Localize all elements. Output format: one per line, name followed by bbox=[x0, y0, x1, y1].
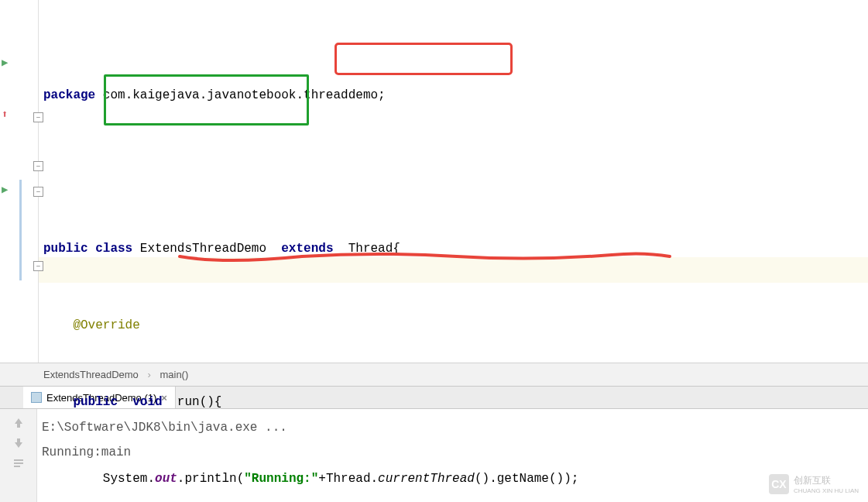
watermark-logo: CX bbox=[769, 474, 789, 494]
code-editor[interactable]: ▶ ⬆ ▶ − − − − package com.kaigejava.java… bbox=[0, 0, 868, 363]
annotation-box-override bbox=[104, 74, 309, 126]
code-text: ().getName()); bbox=[475, 472, 578, 486]
superclass: Thread{ bbox=[348, 242, 400, 256]
watermark-subtext: CHUANG XIN HU LIAN bbox=[794, 487, 859, 494]
annotation-override: @Override bbox=[73, 318, 139, 332]
field-out: out bbox=[155, 472, 177, 486]
application-icon bbox=[31, 392, 42, 403]
method-currentthread: currentThread bbox=[378, 472, 475, 486]
editor-gutter: ▶ ⬆ ▶ − − − − bbox=[0, 0, 39, 363]
class-name: ExtendsThreadDemo bbox=[140, 242, 266, 256]
code-content[interactable]: package com.kaigejava.javanotebook.threa… bbox=[39, 0, 868, 363]
run-icon[interactable]: ▶ bbox=[2, 56, 8, 68]
keyword-public-class: public class bbox=[43, 242, 140, 256]
watermark-text: 创新互联 bbox=[794, 474, 859, 487]
code-text: System. bbox=[43, 472, 155, 486]
keyword-package: package bbox=[43, 88, 95, 102]
soft-wrap-icon[interactable] bbox=[12, 457, 25, 469]
watermark: CX 创新互联 CHUANG XIN HU LIAN bbox=[769, 474, 859, 494]
change-marker bbox=[19, 180, 22, 280]
method-run: run(){ bbox=[177, 395, 222, 409]
override-arrow-icon[interactable]: ⬆ bbox=[2, 108, 8, 120]
code-text: .println( bbox=[177, 472, 244, 486]
keyword-public-void: public void bbox=[73, 395, 177, 409]
keyword-extends: extends bbox=[266, 242, 348, 256]
arrow-up-icon[interactable] bbox=[12, 417, 25, 429]
run-icon[interactable]: ▶ bbox=[2, 183, 8, 195]
annotation-box-extends bbox=[335, 43, 513, 75]
console-toolbar bbox=[0, 409, 37, 502]
code-text: +Thread. bbox=[318, 472, 378, 486]
arrow-down-icon[interactable] bbox=[12, 437, 25, 449]
string-literal: "Running:" bbox=[244, 472, 318, 486]
